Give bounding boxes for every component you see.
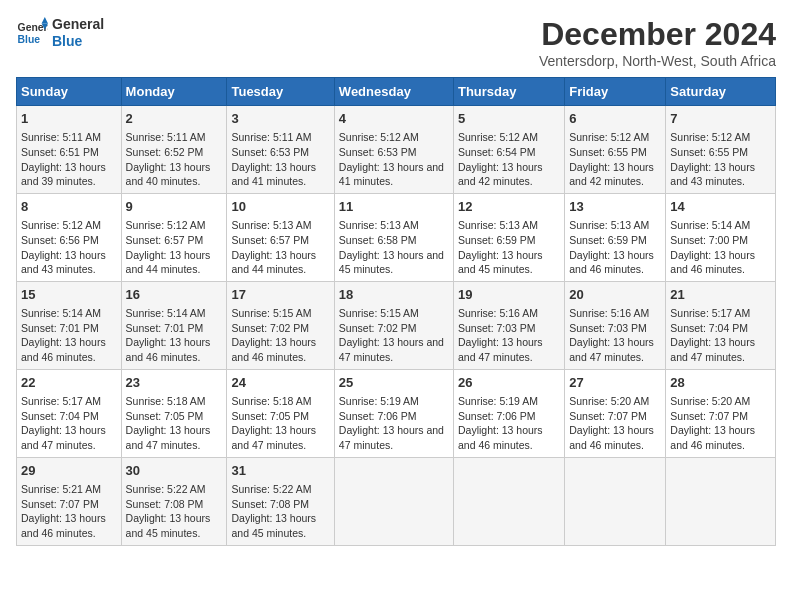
sunrise: Sunrise: 5:14 AM xyxy=(670,219,750,231)
calendar-cell: 1Sunrise: 5:11 AMSunset: 6:51 PMDaylight… xyxy=(17,106,122,194)
day-number: 9 xyxy=(126,198,223,216)
calendar-cell: 11Sunrise: 5:13 AMSunset: 6:58 PMDayligh… xyxy=(334,193,453,281)
calendar-cell: 19Sunrise: 5:16 AMSunset: 7:03 PMDayligh… xyxy=(453,281,564,369)
day-header-wednesday: Wednesday xyxy=(334,78,453,106)
daylight: Daylight: 13 hours and 39 minutes. xyxy=(21,161,106,188)
day-header-friday: Friday xyxy=(565,78,666,106)
calendar-cell: 12Sunrise: 5:13 AMSunset: 6:59 PMDayligh… xyxy=(453,193,564,281)
daylight: Daylight: 13 hours and 44 minutes. xyxy=(126,249,211,276)
calendar-cell: 13Sunrise: 5:13 AMSunset: 6:59 PMDayligh… xyxy=(565,193,666,281)
day-header-saturday: Saturday xyxy=(666,78,776,106)
daylight: Daylight: 13 hours and 47 minutes. xyxy=(339,424,444,451)
svg-marker-3 xyxy=(42,17,48,23)
sunset: Sunset: 6:55 PM xyxy=(569,146,647,158)
daylight: Daylight: 13 hours and 46 minutes. xyxy=(126,336,211,363)
daylight: Daylight: 13 hours and 46 minutes. xyxy=(670,249,755,276)
sunrise: Sunrise: 5:20 AM xyxy=(569,395,649,407)
calendar-cell: 16Sunrise: 5:14 AMSunset: 7:01 PMDayligh… xyxy=(121,281,227,369)
sunset: Sunset: 6:53 PM xyxy=(231,146,309,158)
sunrise: Sunrise: 5:12 AM xyxy=(458,131,538,143)
calendar-cell xyxy=(565,457,666,545)
day-number: 15 xyxy=(21,286,117,304)
calendar-cell: 15Sunrise: 5:14 AMSunset: 7:01 PMDayligh… xyxy=(17,281,122,369)
day-number: 30 xyxy=(126,462,223,480)
logo: General Blue General Blue xyxy=(16,16,104,50)
sunset: Sunset: 7:00 PM xyxy=(670,234,748,246)
calendar-cell: 23Sunrise: 5:18 AMSunset: 7:05 PMDayligh… xyxy=(121,369,227,457)
calendar-cell: 9Sunrise: 5:12 AMSunset: 6:57 PMDaylight… xyxy=(121,193,227,281)
daylight: Daylight: 13 hours and 41 minutes. xyxy=(231,161,316,188)
sunrise: Sunrise: 5:11 AM xyxy=(231,131,311,143)
day-number: 14 xyxy=(670,198,771,216)
day-number: 12 xyxy=(458,198,560,216)
day-number: 6 xyxy=(569,110,661,128)
calendar-table: SundayMondayTuesdayWednesdayThursdayFrid… xyxy=(16,77,776,546)
daylight: Daylight: 13 hours and 46 minutes. xyxy=(21,336,106,363)
calendar-cell: 24Sunrise: 5:18 AMSunset: 7:05 PMDayligh… xyxy=(227,369,334,457)
daylight: Daylight: 13 hours and 47 minutes. xyxy=(458,336,543,363)
sunset: Sunset: 6:58 PM xyxy=(339,234,417,246)
daylight: Daylight: 13 hours and 43 minutes. xyxy=(21,249,106,276)
sunset: Sunset: 7:06 PM xyxy=(458,410,536,422)
sunset: Sunset: 7:05 PM xyxy=(231,410,309,422)
sunset: Sunset: 7:04 PM xyxy=(21,410,99,422)
subtitle: Ventersdorp, North-West, South Africa xyxy=(539,53,776,69)
daylight: Daylight: 13 hours and 44 minutes. xyxy=(231,249,316,276)
calendar-cell: 26Sunrise: 5:19 AMSunset: 7:06 PMDayligh… xyxy=(453,369,564,457)
calendar-cell: 20Sunrise: 5:16 AMSunset: 7:03 PMDayligh… xyxy=(565,281,666,369)
svg-text:Blue: Blue xyxy=(18,33,41,44)
sunrise: Sunrise: 5:21 AM xyxy=(21,483,101,495)
calendar-cell: 2Sunrise: 5:11 AMSunset: 6:52 PMDaylight… xyxy=(121,106,227,194)
calendar-cell: 25Sunrise: 5:19 AMSunset: 7:06 PMDayligh… xyxy=(334,369,453,457)
sunset: Sunset: 7:07 PM xyxy=(569,410,647,422)
daylight: Daylight: 13 hours and 45 minutes. xyxy=(126,512,211,539)
sunrise: Sunrise: 5:15 AM xyxy=(339,307,419,319)
day-number: 17 xyxy=(231,286,329,304)
sunrise: Sunrise: 5:11 AM xyxy=(126,131,206,143)
sunset: Sunset: 6:57 PM xyxy=(231,234,309,246)
sunrise: Sunrise: 5:16 AM xyxy=(458,307,538,319)
day-number: 28 xyxy=(670,374,771,392)
sunset: Sunset: 6:52 PM xyxy=(126,146,204,158)
logo-line2: Blue xyxy=(52,33,104,50)
sunset: Sunset: 7:06 PM xyxy=(339,410,417,422)
sunset: Sunset: 7:01 PM xyxy=(126,322,204,334)
day-number: 21 xyxy=(670,286,771,304)
daylight: Daylight: 13 hours and 47 minutes. xyxy=(231,424,316,451)
sunrise: Sunrise: 5:13 AM xyxy=(569,219,649,231)
sunrise: Sunrise: 5:16 AM xyxy=(569,307,649,319)
day-header-tuesday: Tuesday xyxy=(227,78,334,106)
day-number: 1 xyxy=(21,110,117,128)
calendar-cell xyxy=(666,457,776,545)
calendar-cell: 18Sunrise: 5:15 AMSunset: 7:02 PMDayligh… xyxy=(334,281,453,369)
sunrise: Sunrise: 5:19 AM xyxy=(458,395,538,407)
day-number: 22 xyxy=(21,374,117,392)
sunset: Sunset: 6:57 PM xyxy=(126,234,204,246)
sunrise: Sunrise: 5:12 AM xyxy=(670,131,750,143)
sunset: Sunset: 6:56 PM xyxy=(21,234,99,246)
daylight: Daylight: 13 hours and 46 minutes. xyxy=(569,424,654,451)
day-number: 5 xyxy=(458,110,560,128)
day-number: 13 xyxy=(569,198,661,216)
day-number: 24 xyxy=(231,374,329,392)
calendar-cell: 22Sunrise: 5:17 AMSunset: 7:04 PMDayligh… xyxy=(17,369,122,457)
calendar-cell: 21Sunrise: 5:17 AMSunset: 7:04 PMDayligh… xyxy=(666,281,776,369)
calendar-cell xyxy=(334,457,453,545)
daylight: Daylight: 13 hours and 45 minutes. xyxy=(231,512,316,539)
day-number: 3 xyxy=(231,110,329,128)
day-number: 18 xyxy=(339,286,449,304)
sunset: Sunset: 6:59 PM xyxy=(569,234,647,246)
title-area: December 2024 Ventersdorp, North-West, S… xyxy=(539,16,776,69)
day-number: 26 xyxy=(458,374,560,392)
daylight: Daylight: 13 hours and 41 minutes. xyxy=(339,161,444,188)
sunset: Sunset: 6:54 PM xyxy=(458,146,536,158)
calendar-cell: 7Sunrise: 5:12 AMSunset: 6:55 PMDaylight… xyxy=(666,106,776,194)
day-header-thursday: Thursday xyxy=(453,78,564,106)
daylight: Daylight: 13 hours and 46 minutes. xyxy=(670,424,755,451)
sunset: Sunset: 7:03 PM xyxy=(569,322,647,334)
header: General Blue General Blue December 2024 … xyxy=(16,16,776,69)
sunset: Sunset: 6:59 PM xyxy=(458,234,536,246)
sunrise: Sunrise: 5:18 AM xyxy=(231,395,311,407)
sunrise: Sunrise: 5:22 AM xyxy=(126,483,206,495)
daylight: Daylight: 13 hours and 42 minutes. xyxy=(458,161,543,188)
